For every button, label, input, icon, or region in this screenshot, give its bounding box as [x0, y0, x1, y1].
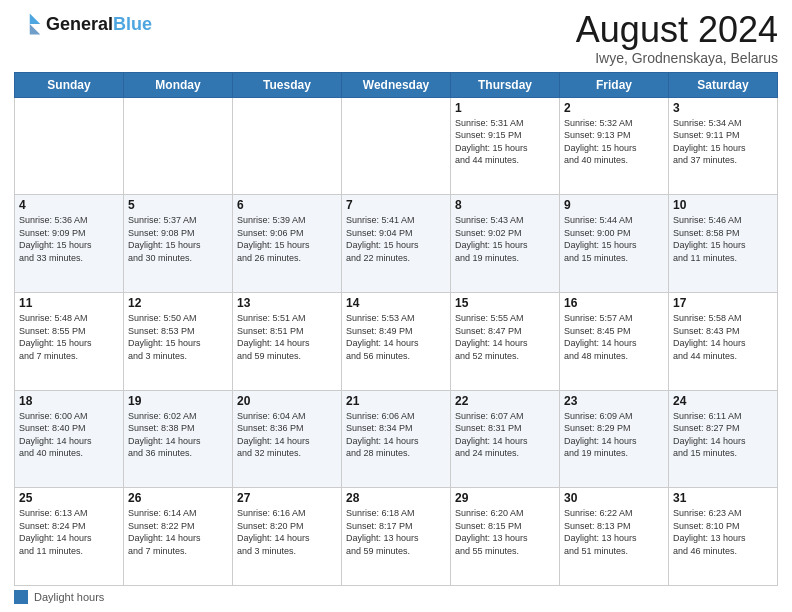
day-info: Sunrise: 6:06 AM Sunset: 8:34 PM Dayligh…	[346, 410, 446, 460]
cell-2-3: 14Sunrise: 5:53 AM Sunset: 8:49 PM Dayli…	[342, 292, 451, 390]
day-number: 27	[237, 491, 337, 505]
cell-0-4: 1Sunrise: 5:31 AM Sunset: 9:15 PM Daylig…	[451, 97, 560, 195]
col-friday: Friday	[560, 72, 669, 97]
day-number: 22	[455, 394, 555, 408]
day-info: Sunrise: 5:43 AM Sunset: 9:02 PM Dayligh…	[455, 214, 555, 264]
cell-4-0: 25Sunrise: 6:13 AM Sunset: 8:24 PM Dayli…	[15, 488, 124, 586]
header: GeneralBlue August 2024 Iwye, Grodnenska…	[14, 10, 778, 66]
day-info: Sunrise: 6:07 AM Sunset: 8:31 PM Dayligh…	[455, 410, 555, 460]
day-info: Sunrise: 5:32 AM Sunset: 9:13 PM Dayligh…	[564, 117, 664, 167]
day-info: Sunrise: 6:23 AM Sunset: 8:10 PM Dayligh…	[673, 507, 773, 557]
day-number: 1	[455, 101, 555, 115]
day-number: 26	[128, 491, 228, 505]
day-number: 28	[346, 491, 446, 505]
logo-text: GeneralBlue	[46, 14, 152, 35]
day-info: Sunrise: 6:18 AM Sunset: 8:17 PM Dayligh…	[346, 507, 446, 557]
day-info: Sunrise: 6:14 AM Sunset: 8:22 PM Dayligh…	[128, 507, 228, 557]
day-number: 18	[19, 394, 119, 408]
day-info: Sunrise: 5:58 AM Sunset: 8:43 PM Dayligh…	[673, 312, 773, 362]
week-row-3: 11Sunrise: 5:48 AM Sunset: 8:55 PM Dayli…	[15, 292, 778, 390]
cell-1-5: 9Sunrise: 5:44 AM Sunset: 9:00 PM Daylig…	[560, 195, 669, 293]
day-info: Sunrise: 5:36 AM Sunset: 9:09 PM Dayligh…	[19, 214, 119, 264]
logo: GeneralBlue	[14, 10, 152, 38]
title-block: August 2024 Iwye, Grodnenskaya, Belarus	[576, 10, 778, 66]
day-info: Sunrise: 6:22 AM Sunset: 8:13 PM Dayligh…	[564, 507, 664, 557]
day-number: 10	[673, 198, 773, 212]
footer: Daylight hours	[14, 590, 778, 604]
cell-3-4: 22Sunrise: 6:07 AM Sunset: 8:31 PM Dayli…	[451, 390, 560, 488]
day-number: 16	[564, 296, 664, 310]
cell-4-4: 29Sunrise: 6:20 AM Sunset: 8:15 PM Dayli…	[451, 488, 560, 586]
calendar-body: 1Sunrise: 5:31 AM Sunset: 9:15 PM Daylig…	[15, 97, 778, 585]
day-info: Sunrise: 6:16 AM Sunset: 8:20 PM Dayligh…	[237, 507, 337, 557]
logo-icon	[14, 10, 42, 38]
cell-2-0: 11Sunrise: 5:48 AM Sunset: 8:55 PM Dayli…	[15, 292, 124, 390]
day-number: 8	[455, 198, 555, 212]
cell-3-2: 20Sunrise: 6:04 AM Sunset: 8:36 PM Dayli…	[233, 390, 342, 488]
cell-4-5: 30Sunrise: 6:22 AM Sunset: 8:13 PM Dayli…	[560, 488, 669, 586]
day-number: 23	[564, 394, 664, 408]
cell-3-3: 21Sunrise: 6:06 AM Sunset: 8:34 PM Dayli…	[342, 390, 451, 488]
day-info: Sunrise: 6:04 AM Sunset: 8:36 PM Dayligh…	[237, 410, 337, 460]
day-info: Sunrise: 6:00 AM Sunset: 8:40 PM Dayligh…	[19, 410, 119, 460]
footer-label: Daylight hours	[34, 591, 104, 603]
cell-4-2: 27Sunrise: 6:16 AM Sunset: 8:20 PM Dayli…	[233, 488, 342, 586]
day-number: 14	[346, 296, 446, 310]
day-info: Sunrise: 6:20 AM Sunset: 8:15 PM Dayligh…	[455, 507, 555, 557]
cell-2-5: 16Sunrise: 5:57 AM Sunset: 8:45 PM Dayli…	[560, 292, 669, 390]
day-info: Sunrise: 5:55 AM Sunset: 8:47 PM Dayligh…	[455, 312, 555, 362]
day-info: Sunrise: 5:57 AM Sunset: 8:45 PM Dayligh…	[564, 312, 664, 362]
day-number: 11	[19, 296, 119, 310]
cell-4-3: 28Sunrise: 6:18 AM Sunset: 8:17 PM Dayli…	[342, 488, 451, 586]
day-number: 6	[237, 198, 337, 212]
day-number: 5	[128, 198, 228, 212]
cell-2-1: 12Sunrise: 5:50 AM Sunset: 8:53 PM Dayli…	[124, 292, 233, 390]
cell-3-5: 23Sunrise: 6:09 AM Sunset: 8:29 PM Dayli…	[560, 390, 669, 488]
day-number: 17	[673, 296, 773, 310]
week-row-1: 1Sunrise: 5:31 AM Sunset: 9:15 PM Daylig…	[15, 97, 778, 195]
day-number: 15	[455, 296, 555, 310]
cell-1-3: 7Sunrise: 5:41 AM Sunset: 9:04 PM Daylig…	[342, 195, 451, 293]
cell-1-1: 5Sunrise: 5:37 AM Sunset: 9:08 PM Daylig…	[124, 195, 233, 293]
day-number: 13	[237, 296, 337, 310]
day-number: 31	[673, 491, 773, 505]
day-number: 21	[346, 394, 446, 408]
day-info: Sunrise: 5:53 AM Sunset: 8:49 PM Dayligh…	[346, 312, 446, 362]
cell-3-0: 18Sunrise: 6:00 AM Sunset: 8:40 PM Dayli…	[15, 390, 124, 488]
cell-1-6: 10Sunrise: 5:46 AM Sunset: 8:58 PM Dayli…	[669, 195, 778, 293]
day-info: Sunrise: 5:39 AM Sunset: 9:06 PM Dayligh…	[237, 214, 337, 264]
subtitle: Iwye, Grodnenskaya, Belarus	[576, 50, 778, 66]
week-row-5: 25Sunrise: 6:13 AM Sunset: 8:24 PM Dayli…	[15, 488, 778, 586]
col-thursday: Thursday	[451, 72, 560, 97]
day-info: Sunrise: 5:44 AM Sunset: 9:00 PM Dayligh…	[564, 214, 664, 264]
page: GeneralBlue August 2024 Iwye, Grodnenska…	[0, 0, 792, 612]
cell-0-0	[15, 97, 124, 195]
cell-1-0: 4Sunrise: 5:36 AM Sunset: 9:09 PM Daylig…	[15, 195, 124, 293]
col-tuesday: Tuesday	[233, 72, 342, 97]
col-monday: Monday	[124, 72, 233, 97]
day-info: Sunrise: 5:34 AM Sunset: 9:11 PM Dayligh…	[673, 117, 773, 167]
header-row: Sunday Monday Tuesday Wednesday Thursday…	[15, 72, 778, 97]
day-number: 30	[564, 491, 664, 505]
cell-1-4: 8Sunrise: 5:43 AM Sunset: 9:02 PM Daylig…	[451, 195, 560, 293]
day-number: 2	[564, 101, 664, 115]
day-number: 29	[455, 491, 555, 505]
col-saturday: Saturday	[669, 72, 778, 97]
cell-2-2: 13Sunrise: 5:51 AM Sunset: 8:51 PM Dayli…	[233, 292, 342, 390]
day-info: Sunrise: 6:02 AM Sunset: 8:38 PM Dayligh…	[128, 410, 228, 460]
day-number: 7	[346, 198, 446, 212]
cell-3-1: 19Sunrise: 6:02 AM Sunset: 8:38 PM Dayli…	[124, 390, 233, 488]
cell-0-5: 2Sunrise: 5:32 AM Sunset: 9:13 PM Daylig…	[560, 97, 669, 195]
day-number: 25	[19, 491, 119, 505]
day-number: 24	[673, 394, 773, 408]
cell-0-2	[233, 97, 342, 195]
cell-4-1: 26Sunrise: 6:14 AM Sunset: 8:22 PM Dayli…	[124, 488, 233, 586]
cell-0-3	[342, 97, 451, 195]
day-number: 20	[237, 394, 337, 408]
day-info: Sunrise: 5:51 AM Sunset: 8:51 PM Dayligh…	[237, 312, 337, 362]
day-number: 9	[564, 198, 664, 212]
day-info: Sunrise: 5:41 AM Sunset: 9:04 PM Dayligh…	[346, 214, 446, 264]
cell-4-6: 31Sunrise: 6:23 AM Sunset: 8:10 PM Dayli…	[669, 488, 778, 586]
day-info: Sunrise: 5:37 AM Sunset: 9:08 PM Dayligh…	[128, 214, 228, 264]
day-number: 3	[673, 101, 773, 115]
